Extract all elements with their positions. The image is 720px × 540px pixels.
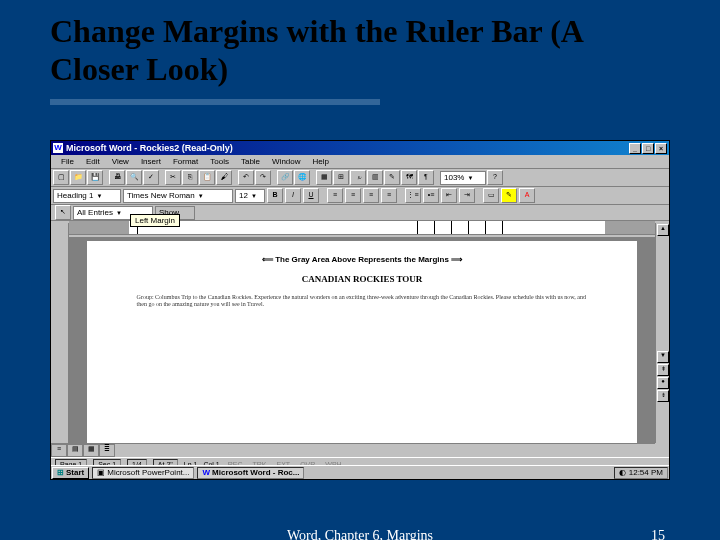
font-color-icon[interactable]: A [519, 188, 535, 203]
open-icon[interactable]: 📁 [70, 170, 86, 185]
preview-icon[interactable]: 🔍 [126, 170, 142, 185]
standard-toolbar: ▢ 📁 💾 🖶 🔍 ✓ ✂ ⎘ 📋 🖌 ↶ ↷ 🔗 🌐 ▦ ⊞ 𝔁 ▥ ✎ 🗺 … [51, 169, 669, 187]
menu-tools[interactable]: Tools [204, 157, 235, 166]
horizontal-scrollbar[interactable]: ≡ ▤ ▦ ≣ [51, 443, 655, 457]
outline-view-icon[interactable]: ≣ [99, 444, 115, 457]
tables-borders-icon[interactable]: ▦ [316, 170, 332, 185]
style-combo[interactable]: Heading 1▼ [53, 189, 121, 203]
borders-icon[interactable]: ▭ [483, 188, 499, 203]
slide-title: Change Margins with the Ruler Bar (A Clo… [0, 0, 720, 95]
zoom-combo[interactable]: 103%▼ [440, 171, 486, 185]
footer-center: Word, Chapter 6, Margins [287, 528, 433, 540]
menu-format[interactable]: Format [167, 157, 204, 166]
columns-icon[interactable]: ▥ [367, 170, 383, 185]
ruler-left-margin[interactable] [69, 221, 129, 234]
start-button[interactable]: ⊞ Start [52, 467, 89, 479]
ruler-right-margin[interactable] [605, 221, 655, 234]
system-tray[interactable]: ◐ 12:54 PM [614, 467, 668, 479]
view-buttons: ≡ ▤ ▦ ≣ [51, 444, 115, 457]
cut-icon[interactable]: ✂ [165, 170, 181, 185]
menu-insert[interactable]: Insert [135, 157, 167, 166]
size-combo[interactable]: 12▼ [235, 189, 265, 203]
task-word[interactable]: W Microsoft Word - Roc... [197, 467, 304, 479]
page-layout-view-icon[interactable]: ▦ [83, 444, 99, 457]
italic-icon[interactable]: I [285, 188, 301, 203]
page: ⟸ The Gray Area Above Represents the Mar… [87, 241, 638, 443]
ruler-ticks [129, 221, 605, 234]
prev-page-icon[interactable]: ⇞ [657, 364, 669, 376]
undo-icon[interactable]: ↶ [238, 170, 254, 185]
drawing-icon[interactable]: ✎ [384, 170, 400, 185]
print-icon[interactable]: 🖶 [109, 170, 125, 185]
format-painter-icon[interactable]: 🖌 [216, 170, 232, 185]
online-view-icon[interactable]: ▤ [67, 444, 83, 457]
web-toolbar-icon[interactable]: 🌐 [294, 170, 310, 185]
save-icon[interactable]: 💾 [87, 170, 103, 185]
windows-icon: ⊞ [57, 468, 64, 477]
word-window: W Microsoft Word - Rockies2 (Read-Only) … [50, 140, 670, 480]
new-icon[interactable]: ▢ [53, 170, 69, 185]
maximize-button[interactable]: □ [642, 143, 654, 154]
arrow-icon[interactable]: ↖ [55, 205, 71, 220]
powerpoint-icon: ▣ [97, 468, 105, 477]
highlight-icon[interactable]: ✎ [501, 188, 517, 203]
tray-icon[interactable]: ◐ [619, 468, 626, 477]
footer-page-number: 15 [651, 528, 665, 540]
document-body: Group: Columbus Trip to the Canadian Roc… [127, 294, 598, 308]
align-right-icon[interactable]: ≡ [363, 188, 379, 203]
decrease-indent-icon[interactable]: ⇤ [441, 188, 457, 203]
font-combo[interactable]: Times New Roman▼ [123, 189, 233, 203]
spell-icon[interactable]: ✓ [143, 170, 159, 185]
clock: 12:54 PM [629, 468, 663, 477]
copy-icon[interactable]: ⎘ [182, 170, 198, 185]
vertical-scrollbar[interactable]: ▲ ▼ ⇞ ● ⇟ [655, 223, 669, 443]
next-page-icon[interactable]: ⇟ [657, 390, 669, 402]
menu-edit[interactable]: Edit [80, 157, 106, 166]
help-icon[interactable]: ? [487, 170, 503, 185]
selection-bar [51, 223, 69, 443]
underline-icon[interactable]: U [303, 188, 319, 203]
document-title: CANADIAN ROCKIES TOUR [127, 274, 598, 284]
app-icon[interactable]: W [53, 143, 63, 153]
map-icon[interactable]: 🗺 [401, 170, 417, 185]
menu-view[interactable]: View [106, 157, 135, 166]
word-icon: W [202, 468, 210, 477]
document-area[interactable]: ⟸ The Gray Area Above Represents the Mar… [69, 237, 655, 443]
scroll-up-icon[interactable]: ▲ [657, 224, 669, 236]
align-left-icon[interactable]: ≡ [327, 188, 343, 203]
browse-object-icon[interactable]: ● [657, 377, 669, 389]
task-powerpoint[interactable]: ▣ Microsoft PowerPoint... [92, 467, 194, 479]
bold-icon[interactable]: B [267, 188, 283, 203]
tooltip-left-margin: Left Margin [130, 214, 180, 227]
show-hide-icon[interactable]: ¶ [418, 170, 434, 185]
margin-annotation: ⟸ The Gray Area Above Represents the Mar… [127, 255, 598, 264]
scroll-down-icon[interactable]: ▼ [657, 351, 669, 363]
excel-icon[interactable]: 𝔁 [350, 170, 366, 185]
menu-table[interactable]: Table [235, 157, 266, 166]
redo-icon[interactable]: ↷ [255, 170, 271, 185]
window-controls: _ □ × [629, 143, 667, 154]
insert-table-icon[interactable]: ⊞ [333, 170, 349, 185]
title-underline [50, 99, 380, 105]
close-button[interactable]: × [655, 143, 667, 154]
menu-file[interactable]: File [55, 157, 80, 166]
menubar: File Edit View Insert Format Tools Table… [51, 155, 669, 169]
increase-indent-icon[interactable]: ⇥ [459, 188, 475, 203]
bullets-icon[interactable]: •≡ [423, 188, 439, 203]
paste-icon[interactable]: 📋 [199, 170, 215, 185]
align-center-icon[interactable]: ≡ [345, 188, 361, 203]
formatting-toolbar: Heading 1▼ Times New Roman▼ 12▼ B I U ≡ … [51, 187, 669, 205]
menu-window[interactable]: Window [266, 157, 306, 166]
hyperlink-icon[interactable]: 🔗 [277, 170, 293, 185]
minimize-button[interactable]: _ [629, 143, 641, 154]
menu-help[interactable]: Help [307, 157, 335, 166]
numbering-icon[interactable]: ⋮≡ [405, 188, 421, 203]
window-title: Microsoft Word - Rockies2 (Read-Only) [66, 143, 629, 153]
taskbar: ⊞ Start ▣ Microsoft PowerPoint... W Micr… [51, 465, 669, 479]
normal-view-icon[interactable]: ≡ [51, 444, 67, 457]
titlebar: W Microsoft Word - Rockies2 (Read-Only) … [51, 141, 669, 155]
justify-icon[interactable]: ≡ [381, 188, 397, 203]
